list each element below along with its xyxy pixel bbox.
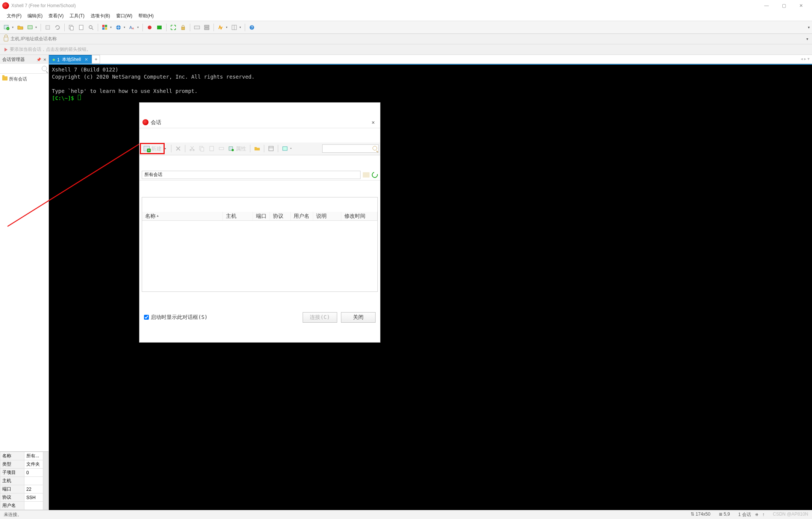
status-bar: 未连接。 ⇅ 174x50 ≣ 5,9 1 会话 ⧺ ↑ CSDN @AP810… (0, 510, 812, 519)
folder-up-icon[interactable] (363, 172, 370, 178)
dialog-toolbar: 新建 属性 (139, 143, 380, 155)
prop-val: 0 (24, 469, 43, 477)
dialog-paste-button[interactable] (207, 144, 216, 153)
col-name[interactable]: 名称▲ (142, 212, 223, 220)
copy-button[interactable] (67, 23, 76, 32)
show-on-startup-checkbox[interactable]: 启动时显示此对话框(S) (144, 314, 208, 321)
help-button[interactable]: ? (247, 23, 256, 32)
dialog-properties-button[interactable]: 属性 (227, 144, 248, 153)
close-panel-icon[interactable]: ✕ (43, 58, 46, 62)
col-protocol[interactable]: 协议 (270, 212, 291, 220)
pin-icon[interactable]: 📌 (36, 58, 41, 62)
dialog-session-list[interactable]: 名称▲ 主机 端口 协议 用户名 说明 修改时间 (142, 197, 378, 292)
dialog-path-input[interactable] (142, 171, 361, 179)
connect-button[interactable] (26, 23, 38, 32)
tab-label: 本地Shell (62, 56, 81, 63)
dialog-delete-button[interactable] (174, 144, 183, 153)
dialog-options-button[interactable] (280, 144, 293, 153)
dialog-bottom-bar: 启动时显示此对话框(S) 连接(C) 关闭 (139, 308, 380, 328)
menu-help[interactable]: 帮助(H) (135, 12, 157, 20)
server-button[interactable] (202, 23, 211, 32)
dialog-new-button[interactable]: 新建 (141, 144, 169, 153)
menu-tools[interactable]: 工具(T) (67, 12, 87, 20)
window-title: Xshell 7 (Free for Home/School) (11, 3, 758, 8)
disconnect-button[interactable] (43, 23, 52, 32)
menu-file[interactable]: 文件(F) (4, 12, 24, 20)
menu-tabs[interactable]: 选项卡(B) (88, 12, 113, 20)
prop-val: SSH (24, 493, 43, 502)
search-icon (373, 146, 377, 150)
dialog-new-folder-button[interactable] (253, 144, 262, 153)
props-scrollbar[interactable] (43, 452, 48, 510)
prop-key: 类型 (0, 460, 24, 469)
dialog-view-button[interactable] (267, 144, 276, 153)
record-button[interactable] (145, 23, 154, 32)
tab-local-shell[interactable]: 1 本地Shell ✕ (49, 55, 92, 64)
close-button[interactable]: 关闭 (341, 312, 376, 323)
toolbar-separator (41, 24, 41, 31)
toolbar-separator (264, 145, 264, 152)
menu-edit[interactable]: 编辑(E) (24, 12, 45, 20)
dialog-cut-button[interactable] (188, 144, 197, 153)
find-button[interactable] (86, 23, 95, 32)
session-tree[interactable]: 所有会话 (0, 74, 48, 85)
dialog-rename-button[interactable] (217, 144, 226, 153)
fullscreen-button[interactable] (169, 23, 178, 32)
font-button[interactable]: AA (127, 23, 140, 32)
minimize-button[interactable]: — (758, 0, 775, 11)
layout-button[interactable] (230, 23, 242, 32)
toolbar-overflow[interactable]: ▾ (808, 25, 810, 29)
address-placeholder[interactable]: 主机,IP地址或会话名称 (11, 36, 804, 42)
keyboard-button[interactable] (192, 23, 201, 32)
session-manager-title: 会话管理器 (2, 56, 25, 63)
dialog-titlebar[interactable]: 会话 ✕ (139, 117, 380, 128)
globe-button[interactable] (114, 23, 127, 32)
toolbar-separator (185, 145, 185, 152)
menu-window[interactable]: 窗口(W) (113, 12, 135, 20)
refresh-icon[interactable] (371, 171, 379, 179)
table-row: 主机 (0, 477, 48, 485)
svg-point-37 (232, 149, 234, 151)
dialog-search-input[interactable] (322, 144, 379, 153)
svg-rect-18 (157, 26, 162, 29)
tab-close-icon[interactable]: ✕ (83, 57, 88, 62)
connect-button[interactable]: 连接(C) (303, 312, 337, 323)
tab-scroll-arrows[interactable]: ◂ ▸ ▾ (801, 56, 810, 61)
dialog-props-label: 属性 (236, 145, 246, 152)
prop-key: 子项目 (0, 469, 24, 477)
svg-rect-33 (201, 147, 204, 151)
cursor-icon (78, 95, 81, 100)
highlight-button[interactable] (216, 23, 229, 32)
close-window-button[interactable]: ✕ (792, 0, 810, 11)
paste-button[interactable] (77, 23, 86, 32)
title-bar: Xshell 7 (Free for Home/School) — ▢ ✕ (0, 0, 812, 11)
checkbox-label: 启动时显示此对话框(S) (151, 314, 208, 321)
terminal[interactable]: Xshell 7 (Build 0122) Copyright (c) 2020… (49, 64, 812, 510)
prop-key: 端口 (0, 485, 24, 493)
col-desc[interactable]: 说明 (313, 212, 341, 220)
terminal-line: Type `help' to learn how to use Xshell p… (52, 88, 198, 94)
lock-button[interactable] (179, 23, 188, 32)
svg-rect-10 (102, 25, 105, 27)
status-updown-icon: ⇅ 174x50 (691, 511, 710, 518)
new-tab-button[interactable]: + (92, 55, 100, 64)
reconnect-button[interactable] (53, 23, 62, 32)
play-button[interactable] (155, 23, 164, 32)
list-columns: 名称▲ 主机 端口 协议 用户名 说明 修改时间 (142, 212, 377, 221)
maximize-button[interactable]: ▢ (775, 0, 792, 11)
checkbox[interactable] (144, 315, 149, 320)
new-session-button[interactable]: + (2, 23, 15, 32)
session-search-input[interactable] (0, 64, 48, 73)
col-modified[interactable]: 修改时间 (341, 212, 377, 220)
open-session-button[interactable] (16, 23, 25, 32)
col-port[interactable]: 端口 (253, 212, 270, 220)
col-host[interactable]: 主机 (223, 212, 253, 220)
sessions-dialog: 会话 ✕ 新建 属性 (139, 102, 380, 343)
address-overflow[interactable]: ▾ (806, 37, 808, 41)
col-user[interactable]: 用户名 (291, 212, 313, 220)
palette-button[interactable] (100, 23, 113, 32)
search-icon[interactable] (42, 66, 47, 71)
dialog-copy-button[interactable] (197, 144, 206, 153)
dialog-close-icon[interactable]: ✕ (370, 117, 377, 127)
menu-view[interactable]: 查看(V) (45, 12, 67, 20)
